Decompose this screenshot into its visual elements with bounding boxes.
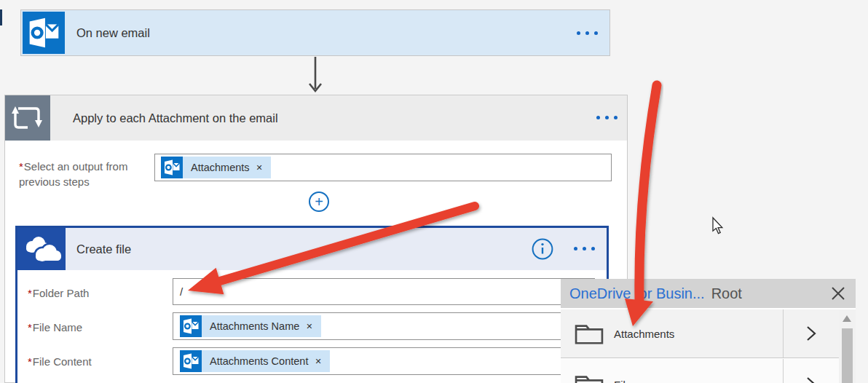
apply-to-each-card: Apply to each Attachment on the email *S… (4, 95, 628, 383)
file-name-input[interactable]: Attachments Name ✕ (173, 312, 595, 340)
token-label: Attachments Name (210, 320, 299, 332)
outlook-icon (180, 315, 202, 337)
trigger-title: On new email (76, 10, 150, 55)
picker-scrollbar[interactable] (839, 309, 856, 383)
apply-to-each-title: Apply to each Attachment on the email (73, 95, 278, 141)
folder-name: Attachments (614, 328, 674, 340)
picker-connector-title: OneDrive for Busin... (569, 285, 705, 302)
add-action-button[interactable]: + (309, 192, 329, 212)
clipped-edge-artifact (0, 9, 2, 25)
apply-to-each-more-menu-icon[interactable] (591, 116, 618, 119)
output-input[interactable]: Attachments ✕ (154, 154, 612, 181)
trigger-card-on-new-email[interactable]: On new email (20, 9, 610, 56)
apply-to-each-header[interactable]: Apply to each Attachment on the email (5, 95, 627, 141)
required-asterisk: * (19, 160, 23, 173)
folder-path-input[interactable]: / (173, 278, 595, 305)
create-file-title: Create file (76, 228, 131, 270)
attachments-token[interactable]: Attachments ✕ (161, 157, 271, 178)
folder-picker-header: OneDrive for Busin... Root (561, 279, 856, 308)
folder-name: Files (614, 379, 637, 383)
picker-location-title: Root (711, 285, 742, 302)
token-remove-icon[interactable]: ✕ (315, 357, 321, 366)
folder-path-value: / (180, 285, 183, 298)
open-folder-chevron[interactable] (783, 359, 839, 383)
mouse-cursor (713, 218, 722, 234)
create-file-header[interactable]: Create file (17, 228, 607, 270)
info-icon[interactable] (532, 238, 553, 260)
folder-icon (573, 321, 605, 346)
token-label: Attachments Content (210, 355, 308, 367)
onedrive-icon (17, 228, 66, 270)
file-name-token[interactable]: Attachments Name ✕ (180, 315, 321, 337)
chevron-right-icon (805, 376, 817, 383)
create-file-more-menu-icon[interactable] (569, 247, 595, 250)
folder-row-files[interactable]: Files (561, 359, 839, 383)
folder-icon (573, 372, 605, 383)
scrollbar-thumb[interactable] (842, 328, 853, 383)
outlook-icon (23, 12, 65, 54)
folder-path-label: *Folder Path (28, 285, 166, 301)
file-content-label: *File Content (28, 354, 166, 369)
file-content-token[interactable]: Attachments Content ✕ (180, 350, 330, 372)
outlook-icon (161, 157, 183, 178)
connector-arrow-icon (307, 57, 323, 95)
folder-row-attachments[interactable]: Attachments (561, 309, 839, 358)
create-file-card: Create file *Folder Path / *File Name (15, 226, 609, 383)
folder-picker-popup: OneDrive for Busin... Root Attachments F… (561, 279, 856, 383)
open-folder-chevron[interactable] (783, 309, 839, 358)
outlook-icon (180, 350, 202, 372)
output-field-label: *Select an output from previous steps (19, 159, 130, 189)
for-each-loop-icon (5, 95, 50, 141)
trigger-more-menu-icon[interactable] (572, 31, 598, 35)
token-label: Attachments (191, 162, 250, 173)
flow-designer: { "colors": { "outlook_blue": "#0a72c6",… (0, 0, 868, 383)
file-content-input[interactable]: Attachments Content ✕ (173, 347, 595, 375)
close-icon[interactable] (829, 285, 847, 302)
token-remove-icon[interactable]: ✕ (256, 163, 263, 173)
chevron-right-icon (805, 325, 817, 342)
file-name-label: *File Name (28, 320, 166, 335)
token-remove-icon[interactable]: ✕ (306, 322, 312, 331)
scroll-up-icon[interactable] (843, 315, 851, 322)
